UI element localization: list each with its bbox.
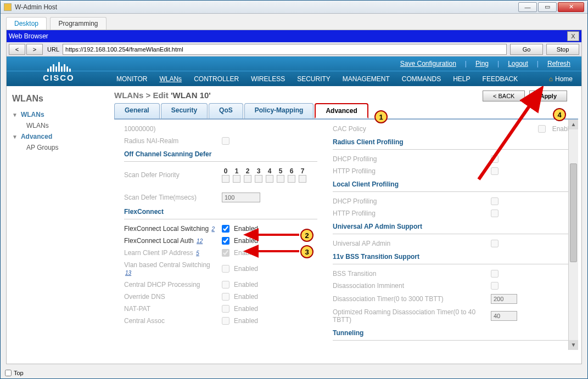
input-rtimer[interactable] xyxy=(491,311,517,321)
chk-bss[interactable] xyxy=(491,270,499,278)
label-override-dns: Override DNS xyxy=(124,293,217,301)
scrollbar[interactable]: ▲ ▼ xyxy=(568,120,578,350)
tab-security[interactable]: Security xyxy=(161,103,208,118)
label-flex-local-auth: FlexConnect Local Auth 12 xyxy=(124,237,217,245)
section-11v: 11v BSS Transition Support xyxy=(333,250,573,264)
chk-http-l[interactable] xyxy=(491,210,499,217)
chk-dimm[interactable] xyxy=(491,282,499,290)
section-off-channel: Off Channel Scanning Defer xyxy=(124,147,317,162)
tab-policy-mapping[interactable]: Policy-Mapping xyxy=(244,103,314,118)
section-uap: Universal AP Admin Support xyxy=(333,219,573,234)
sidebar-item-wlans[interactable]: ▼WLANs xyxy=(12,109,105,120)
link-refresh[interactable]: Refresh xyxy=(545,60,573,67)
label-nat-pat: NAT-PAT xyxy=(124,305,217,313)
label-nai-realm: Radius NAI-Realm xyxy=(124,137,217,145)
link-ping[interactable]: Ping xyxy=(473,60,491,67)
label-central-dhcp: Central DHCP Processing xyxy=(124,281,217,289)
sidebar-title: WLANs xyxy=(12,94,105,104)
link-logout[interactable]: Logout xyxy=(506,60,530,67)
label-learn-client-ip: Learn Client IP Address 5 xyxy=(124,249,217,257)
url-label: URL xyxy=(47,46,59,53)
tab-desktop[interactable]: Desktop xyxy=(6,17,47,30)
cisco-logo: CISCO xyxy=(7,56,111,86)
chk-override-dns[interactable] xyxy=(222,293,229,301)
maximize-button[interactable]: ▭ xyxy=(538,2,557,12)
label-http-profiling-l: HTTP Profiling xyxy=(333,210,486,217)
tab-advanced[interactable]: Advanced xyxy=(315,103,368,118)
scroll-down-icon[interactable]: ▼ xyxy=(569,340,578,350)
nav-monitor[interactable]: MONITOR xyxy=(116,75,147,83)
label-uap-admin: Universal AP Admin xyxy=(333,240,486,247)
nav-help[interactable]: HELP xyxy=(453,75,470,83)
sidebar-item-apgroups[interactable]: AP Groups xyxy=(12,142,105,153)
browser-titlebar: Web Browser X xyxy=(7,30,581,42)
caret-icon: ▼ xyxy=(12,112,18,118)
browser-title: Web Browser xyxy=(9,32,48,40)
sidebar-item-wlans-sub[interactable]: WLANs xyxy=(12,120,105,131)
chk-central-assoc[interactable] xyxy=(222,317,229,325)
label-top: Top xyxy=(14,370,24,376)
sidebar-item-advanced[interactable]: ▼Advanced xyxy=(12,131,105,142)
input-dtimer[interactable] xyxy=(491,294,517,304)
tab-qos[interactable]: QoS xyxy=(209,103,243,118)
chk-flex-local-switching[interactable] xyxy=(222,225,229,233)
brand-text: CISCO xyxy=(43,73,75,82)
label-dimm: Disassociation Imminent xyxy=(333,282,486,290)
nav-commands[interactable]: COMMANDS xyxy=(402,75,441,83)
tab-general[interactable]: General xyxy=(114,103,160,118)
label-dtimer: Disassociation Timer(0 to 3000 TBTT) xyxy=(333,295,486,303)
callout-1: 1 xyxy=(374,110,388,123)
scroll-up-icon[interactable]: ▲ xyxy=(569,120,578,129)
label-bss: BSS Transition xyxy=(333,270,486,278)
stop-button[interactable]: Stop xyxy=(546,44,579,55)
nav-home[interactable]: ⌂Home xyxy=(549,75,573,83)
label-scan-time: Scan Defer Time(msecs) xyxy=(124,194,217,201)
nav-wlans[interactable]: WLANs xyxy=(159,75,182,83)
nav-feedback[interactable]: FEEDBACK xyxy=(483,75,518,83)
section-tunneling: Tunneling xyxy=(333,326,573,341)
svg-line-2 xyxy=(479,101,533,179)
link-save-config[interactable]: Save Configuration xyxy=(398,60,458,67)
arrow-icon xyxy=(254,246,301,256)
minimize-button[interactable]: — xyxy=(518,2,537,12)
browser-close-button[interactable]: X xyxy=(567,31,579,41)
chk-central-dhcp[interactable] xyxy=(222,281,229,289)
go-button[interactable]: Go xyxy=(510,44,543,55)
chk-vlan-central[interactable] xyxy=(222,265,229,273)
home-icon: ⌂ xyxy=(549,75,553,83)
nav-forward-button[interactable]: > xyxy=(26,44,43,55)
outer-tabs: Desktop Programming xyxy=(1,14,587,30)
tab-programming[interactable]: Programming xyxy=(50,17,106,30)
chk-uap[interactable] xyxy=(491,240,499,247)
callout-2: 2 xyxy=(300,229,313,242)
nav-back-button[interactable]: < xyxy=(9,44,25,55)
label-flex-local-switching: FlexConnect Local Switching 2 xyxy=(124,225,217,233)
chk-nai-realm[interactable] xyxy=(222,137,229,145)
label-rtimer: Optimized Roaming Disassociation Timer(0… xyxy=(333,308,486,324)
label-vlan-central-switching: Vlan based Central Switching 13 xyxy=(124,261,217,276)
section-flexconnect: FlexConnect xyxy=(124,205,317,219)
close-button[interactable]: ✕ xyxy=(558,2,584,12)
url-input[interactable] xyxy=(63,44,507,55)
arrow-icon xyxy=(473,97,545,185)
threshold-hint: 10000000) xyxy=(124,125,217,133)
scan-priority-checks[interactable] xyxy=(222,175,306,183)
scroll-thumb[interactable] xyxy=(570,163,577,262)
nav-security[interactable]: SECURITY xyxy=(297,75,331,83)
chk-dhcp-l[interactable] xyxy=(491,197,499,205)
nav-controller[interactable]: CONTROLLER xyxy=(194,75,239,83)
chk-learn-client-ip[interactable] xyxy=(222,249,229,257)
nav-management[interactable]: MANAGEMENT xyxy=(343,75,390,83)
scan-priority-numbers: 01234567 xyxy=(222,167,306,175)
callout-3: 3 xyxy=(300,245,313,258)
label-cac-policy: CAC Policy xyxy=(333,125,366,133)
chk-flex-local-auth[interactable] xyxy=(222,237,229,245)
app-icon xyxy=(4,3,12,11)
chk-nat-pat[interactable] xyxy=(222,305,229,313)
titlebar: W-Admin Host — ▭ ✕ xyxy=(1,1,587,14)
label-scan-priority: Scan Defer Priority xyxy=(124,171,217,179)
chk-top[interactable] xyxy=(5,370,12,376)
input-scan-time[interactable] xyxy=(222,193,260,202)
nav-wireless[interactable]: WIRELESS xyxy=(251,75,285,83)
window-title: W-Admin Host xyxy=(15,3,57,11)
